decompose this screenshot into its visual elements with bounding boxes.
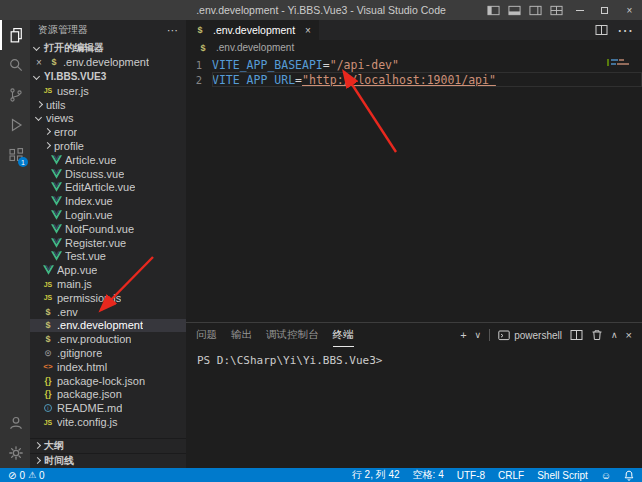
file-name: Index.vue — [65, 195, 113, 207]
tab-env-development[interactable]: $ .env.development × — [186, 20, 319, 40]
toggle-secondary-sidebar-icon[interactable] — [525, 0, 546, 20]
file-name: .env.development — [57, 319, 143, 331]
tree-item-.env.production[interactable]: $.env.production — [30, 332, 186, 346]
tree-item-Index.vue[interactable]: Index.vue — [30, 194, 186, 208]
notifications-bell-icon[interactable] — [624, 470, 634, 481]
kill-terminal-trash-icon[interactable] — [591, 329, 603, 341]
problems-status[interactable]: ⊘ 0 ⚠ 0 — [8, 470, 45, 481]
terminal-list-item-powershell[interactable]: powershell — [498, 330, 562, 341]
file-name: README.md — [57, 402, 122, 414]
open-editors-header[interactable]: 打开的编辑器 — [30, 40, 186, 55]
maximize-button[interactable] — [592, 0, 617, 20]
file-name: Register.vue — [65, 237, 126, 249]
new-terminal-icon[interactable]: + — [460, 329, 466, 341]
tree-item-App.vue[interactable]: App.vue — [30, 263, 186, 277]
tree-item-Login.vue[interactable]: Login.vue — [30, 208, 186, 222]
tree-item-.gitignore[interactable]: ⊙.gitignore — [30, 346, 186, 360]
tree-item-EditArticle.vue[interactable]: EditArticle.vue — [30, 181, 186, 195]
open-editor-item[interactable]: × $ .env.development — [30, 55, 186, 69]
html-icon: <> — [42, 362, 54, 371]
timeline-section-header[interactable]: 时间线 — [30, 453, 186, 468]
env-icon: $ — [194, 25, 206, 35]
env-icon: $ — [48, 57, 60, 67]
outline-section-header[interactable]: 大纲 — [30, 438, 186, 453]
tree-item-permission.js[interactable]: JSpermission.js — [30, 291, 186, 305]
explorer-activity-icon[interactable] — [0, 20, 30, 50]
env-variable-name: VITE_APP_BASEAPI — [212, 58, 323, 72]
feedback-smiley-icon[interactable]: ☺ — [601, 470, 611, 481]
terminal-profile-dropdown-icon[interactable]: ∨ — [475, 330, 482, 340]
toggle-panel-icon[interactable] — [504, 0, 525, 20]
tree-item-index.html[interactable]: <>index.html — [30, 360, 186, 374]
file-name: EditArticle.vue — [65, 181, 135, 193]
code-editor[interactable]: 1VITE_APP_BASEAPI="/api-dev"2VITE_APP_UR… — [186, 55, 642, 322]
tree-item-error[interactable]: error — [30, 125, 186, 139]
tree-item-.env[interactable]: $.env — [30, 305, 186, 319]
tree-item-views[interactable]: views — [30, 112, 186, 126]
sidebar-title: 资源管理器 — [38, 23, 88, 37]
encoding-status[interactable]: UTF-8 — [457, 470, 485, 481]
split-terminal-icon[interactable] — [570, 329, 583, 341]
file-name: utils — [46, 99, 66, 111]
close-tab-icon[interactable]: × — [305, 25, 311, 36]
split-editor-icon[interactable] — [595, 24, 608, 36]
breadcrumb[interactable]: $ .env.development — [186, 40, 642, 55]
language-mode[interactable]: Shell Script — [537, 470, 588, 481]
settings-gear-icon[interactable] — [0, 438, 30, 468]
indentation-status[interactable]: 空格: 4 — [413, 468, 444, 482]
panel-tab-输出[interactable]: 输出 — [231, 323, 252, 347]
cursor-position[interactable]: 行 2, 列 42 — [352, 468, 400, 482]
vue-icon — [50, 182, 62, 192]
panel-tab-调试控制台[interactable]: 调试控制台 — [266, 323, 319, 347]
toggle-primary-sidebar-icon[interactable] — [483, 0, 504, 20]
tree-item-Register.vue[interactable]: Register.vue — [30, 236, 186, 250]
extensions-activity-icon[interactable]: 1 — [0, 140, 30, 170]
tree-item-Article.vue[interactable]: Article.vue — [30, 153, 186, 167]
code-line-2[interactable]: 2VITE_APP_URL="http://localhost:19001/ap… — [186, 72, 642, 87]
chevron-collapsed-icon — [32, 456, 42, 466]
maximize-panel-icon[interactable]: ∧ — [611, 330, 618, 340]
editor-more-actions-icon[interactable]: ⋯ — [617, 21, 633, 40]
project-root-header[interactable]: YI.BBS.VUE3 — [30, 69, 186, 84]
tree-item-main.js[interactable]: JSmain.js — [30, 277, 186, 291]
tree-item-NotFound.vue[interactable]: NotFound.vue — [30, 222, 186, 236]
tree-item-user.js[interactable]: JSuser.js — [30, 84, 186, 98]
eol-status[interactable]: CRLF — [498, 470, 524, 481]
tree-item-package.json[interactable]: {}package.json — [30, 388, 186, 402]
tab-label: .env.development — [213, 24, 295, 36]
env-icon: $ — [197, 43, 209, 53]
tree-item-vite.config.js[interactable]: JSvite.config.js — [30, 415, 186, 429]
panel-tab-终端[interactable]: 终端 — [333, 323, 354, 347]
panel-tab-问题[interactable]: 问题 — [196, 323, 217, 347]
chevron-collapsed-icon — [42, 127, 52, 137]
extensions-badge: 1 — [18, 157, 28, 167]
sidebar-more-actions-icon[interactable]: ⋯ — [167, 24, 178, 37]
customize-layout-icon[interactable] — [546, 0, 567, 20]
tree-item-Test.vue[interactable]: Test.vue — [30, 250, 186, 264]
panel-tab-bar: 问题输出调试控制台终端 + ∨ powershell — [186, 323, 642, 347]
search-activity-icon[interactable] — [0, 50, 30, 80]
tree-item-Discuss.vue[interactable]: Discuss.vue — [30, 167, 186, 181]
tree-item-package-lock.json[interactable]: {}package-lock.json — [30, 374, 186, 388]
file-name: NotFound.vue — [65, 223, 134, 235]
minimize-button[interactable] — [567, 0, 592, 20]
close-editor-icon[interactable]: × — [36, 57, 48, 68]
account-icon[interactable] — [0, 408, 30, 438]
minimap[interactable] — [607, 59, 629, 66]
code-line-1[interactable]: 1VITE_APP_BASEAPI="/api-dev" — [186, 57, 642, 72]
file-name: permission.js — [57, 292, 121, 304]
terminal-output[interactable]: PS D:\CSharp\Yi\Yi.BBS.Vue3> — [186, 347, 642, 468]
close-window-button[interactable]: × — [617, 0, 642, 20]
chevron-collapsed-icon — [34, 100, 44, 110]
run-debug-activity-icon[interactable] — [0, 110, 30, 140]
vue-icon — [50, 238, 62, 248]
source-control-activity-icon[interactable] — [0, 80, 30, 110]
tree-item-utils[interactable]: utils — [30, 98, 186, 112]
tree-item-profile[interactable]: profile — [30, 139, 186, 153]
file-name: App.vue — [57, 264, 97, 276]
minimap-git-added-marker — [607, 59, 609, 66]
open-editor-file-name: .env.development — [63, 56, 149, 68]
close-panel-icon[interactable]: × — [626, 329, 632, 341]
tree-item-README.md[interactable]: iREADME.md — [30, 401, 186, 415]
tree-item-.env.development[interactable]: $.env.development — [30, 319, 186, 333]
